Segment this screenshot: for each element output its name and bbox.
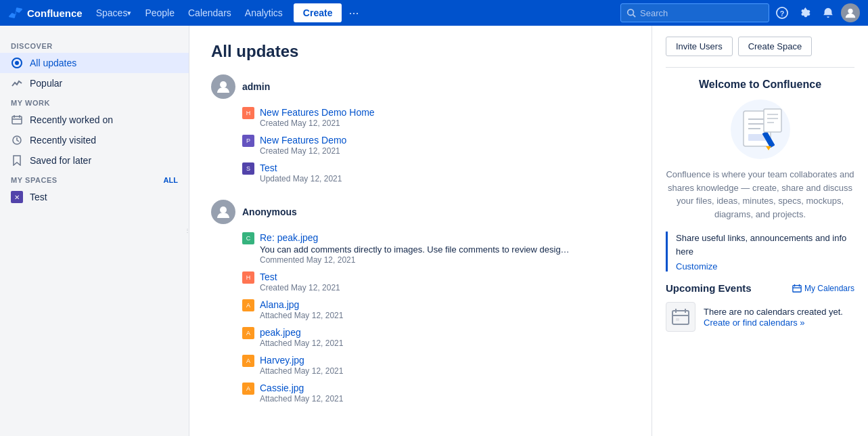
create-space-button[interactable]: Create Space <box>738 37 813 56</box>
calendar-placeholder-icon <box>666 302 695 332</box>
calendars-nav-link[interactable]: Calendars <box>183 0 237 26</box>
sidebar-item-popular[interactable]: Popular <box>0 73 189 93</box>
svg-marker-12 <box>14 156 20 165</box>
my-calendars-label: My Calendars <box>804 284 854 293</box>
help-button[interactable]: ? <box>772 3 792 23</box>
page-icon: P <box>242 135 254 147</box>
attach-icon-3: A <box>242 355 254 367</box>
admin-feed-items: H New Features Demo Home Created May 12,… <box>211 107 630 183</box>
share-section: Share useful links, announcements and in… <box>666 232 854 271</box>
feed-item-meta-0-2: Updated May 12, 2021 <box>260 174 342 183</box>
sidebar-item-recently-worked-on[interactable]: Recently worked on <box>0 110 189 130</box>
feed-item-title-0-2[interactable]: Test <box>260 162 342 173</box>
sidebar-resizer[interactable]: ⋮ <box>186 26 189 436</box>
customize-link[interactable]: Customize <box>676 261 717 271</box>
share-text: Share useful links, announcements and in… <box>676 232 854 258</box>
all-updates-label: All updates <box>30 58 76 68</box>
right-panel-actions: Invite Users Create Space <box>666 37 854 56</box>
feed-item-1-1: H Test Created May 12, 2021 <box>242 271 630 292</box>
feed-item-title-0-1[interactable]: New Features Demo <box>260 135 346 146</box>
search-input[interactable] <box>640 8 748 18</box>
recently-worked-label: Recently worked on <box>30 114 113 125</box>
feed-item-1-3: A peak.jpeg Attached May 12, 2021 <box>242 327 630 348</box>
right-panel-divider <box>666 67 854 68</box>
upcoming-events-text: There are no calendars created yet. Crea… <box>704 307 843 328</box>
svg-point-0 <box>628 9 634 16</box>
create-button[interactable]: Create <box>294 3 342 22</box>
my-calendars-link[interactable]: My Calendars <box>792 284 854 293</box>
all-updates-icon <box>11 57 23 69</box>
svg-rect-27 <box>793 285 801 292</box>
popular-icon <box>11 77 23 89</box>
test-space-label: Test <box>30 192 47 202</box>
invite-users-button[interactable]: Invite Users <box>666 37 733 56</box>
anonymous-feed-items: C Re: peak.jpeg You can add comments dir… <box>211 232 630 404</box>
welcome-section: Welcome to Confluence <box>666 79 854 221</box>
feed-item-title-1-0[interactable]: Re: peak.jpeg <box>260 232 570 243</box>
feed-item-meta-0-1: Created May 12, 2021 <box>260 146 346 156</box>
recently-worked-icon <box>11 114 23 126</box>
svg-rect-7 <box>12 116 22 124</box>
feed-item-1-2: A Alana.jpg Attached May 12, 2021 <box>242 299 630 320</box>
feed-user-header: admin <box>211 74 630 99</box>
feed-item-title-1-2[interactable]: Alana.jpg <box>260 299 343 310</box>
create-calendars-link[interactable]: Create or find calendars » <box>704 318 805 328</box>
sidebar-item-test-space[interactable]: ✕ Test <box>0 187 189 207</box>
svg-point-13 <box>220 81 227 88</box>
feed-item-title-0-0[interactable]: New Features Demo Home <box>260 107 375 118</box>
right-panel: Invite Users Create Space Welcome to Con… <box>652 26 868 436</box>
feed-group-admin: admin H New Features Demo Home Created M… <box>211 74 630 183</box>
recently-visited-label: Recently visited <box>30 135 96 146</box>
top-navigation: Confluence Spaces People Calendars Analy… <box>0 0 868 26</box>
feed-item-title-1-5[interactable]: Cassie.jpg <box>260 383 343 393</box>
page-title: All updates <box>211 42 630 61</box>
attach-icon-2: A <box>242 327 254 339</box>
feed-item-title-1-1[interactable]: Test <box>260 271 340 282</box>
space-icon-feed: S <box>242 162 254 175</box>
svg-rect-35 <box>676 318 679 321</box>
analytics-nav-link[interactable]: Analytics <box>239 0 288 26</box>
sidebar-item-saved-for-later[interactable]: Saved for later <box>0 150 189 171</box>
sidebar-item-all-updates[interactable]: All updates <box>0 53 189 73</box>
admin-avatar <box>211 74 235 99</box>
test-page-icon: H <box>242 271 254 284</box>
feed-group-anonymous: Anonymous C Re: peak.jpeg You can add co… <box>211 200 630 404</box>
search-icon <box>626 8 636 18</box>
feed-anonymous-header: Anonymous <box>211 200 630 224</box>
feed-item-meta-1-5: Attached May 12, 2021 <box>260 394 343 404</box>
confluence-logo[interactable]: Confluence <box>8 5 83 20</box>
search-box[interactable] <box>620 3 769 22</box>
sidebar-item-recently-visited[interactable]: Recently visited <box>0 130 189 150</box>
welcome-text: Confluence is where your team collaborat… <box>666 168 854 221</box>
home-page-icon: H <box>242 107 254 119</box>
all-spaces-link[interactable]: ALL <box>164 176 178 184</box>
sidebar: DISCOVER All updates Popular MY WORK Rec… <box>0 26 189 436</box>
feed-item-meta-1-2: Attached May 12, 2021 <box>260 311 343 320</box>
feed-item-0-2: S Test Updated May 12, 2021 <box>242 162 630 183</box>
feed-item-comment-1-0: You can add comments directly to images.… <box>260 244 570 255</box>
welcome-title: Welcome to Confluence <box>666 79 854 91</box>
feed-item-title-1-4[interactable]: Harvey.jpg <box>260 355 343 366</box>
settings-button[interactable] <box>795 3 815 23</box>
recently-visited-icon <box>11 134 23 146</box>
topnav-right: ? <box>620 3 860 23</box>
feed-item-meta-1-1: Created May 12, 2021 <box>260 283 340 292</box>
spaces-nav-link[interactable]: Spaces <box>91 0 137 26</box>
notifications-button[interactable] <box>818 3 838 23</box>
svg-rect-31 <box>672 311 689 324</box>
more-nav-button[interactable]: ··· <box>344 3 363 22</box>
svg-point-4 <box>848 9 852 14</box>
user-avatar[interactable] <box>841 3 860 22</box>
feed-item-title-1-3[interactable]: peak.jpeg <box>260 327 343 338</box>
no-calendars-text: There are no calendars created yet. <box>704 307 843 317</box>
comment-icon: C <box>242 232 254 244</box>
svg-rect-23 <box>764 109 781 132</box>
svg-point-14 <box>220 206 227 213</box>
people-nav-link[interactable]: People <box>139 0 180 26</box>
feed-item-1-4: A Harvey.jpg Attached May 12, 2021 <box>242 355 630 376</box>
saved-for-later-label: Saved for later <box>30 155 91 166</box>
upcoming-events-empty: There are no calendars created yet. Crea… <box>666 302 854 332</box>
my-work-section-label: MY WORK <box>0 93 189 110</box>
feed-item-0-1: P New Features Demo Created May 12, 2021 <box>242 135 630 156</box>
my-spaces-section-row: MY SPACES ALL <box>0 171 189 187</box>
